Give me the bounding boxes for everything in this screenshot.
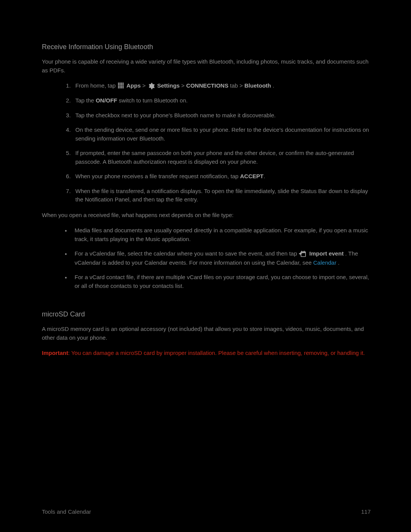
important-paragraph: Important: You can damage a microSD card…	[42, 349, 369, 358]
page-number: 117	[361, 508, 371, 516]
intro-paragraph: Your phone is capable of receiving a wid…	[42, 58, 369, 75]
settings-label: Settings	[157, 82, 180, 89]
steps-list: From home, tap Apps > Settings > CONNECT…	[42, 81, 369, 204]
bullet-1: Media files and documents are usually op…	[65, 226, 369, 243]
bullet-3: For a vCard contact file, if there are m…	[65, 273, 369, 290]
separator: >	[142, 82, 147, 89]
accept-label: ACCEPT	[240, 173, 264, 179]
step-5: If prompted, enter the same passcode on …	[72, 149, 369, 166]
step-text: switch to turn Bluetooth on.	[117, 97, 188, 104]
import-event-label: Import event	[309, 250, 344, 257]
gear-icon	[147, 81, 156, 90]
connections-label: CONNECTIONS	[186, 82, 228, 89]
separator: >	[181, 82, 186, 89]
onoff-label: ON/OFF	[96, 97, 117, 104]
tab-text: tab >	[230, 82, 244, 89]
page-footer: Tools and Calendar 117	[42, 508, 371, 516]
open-received-paragraph: When you open a received file, what happ…	[42, 211, 369, 220]
step-6: When your phone receives a file transfer…	[72, 172, 369, 181]
footer-section: Tools and Calendar	[42, 508, 91, 516]
step-7: When the file is transferred, a notifica…	[72, 187, 369, 204]
bullets-list: Media files and documents are usually op…	[42, 226, 369, 290]
apps-label: Apps	[126, 82, 141, 89]
important-text: : You can damage a microSD card by impro…	[68, 350, 365, 356]
step-2: Tap the ON/OFF switch to turn Bluetooth …	[72, 96, 369, 105]
bluetooth-label: Bluetooth	[244, 82, 271, 89]
important-label: Important	[42, 350, 68, 356]
bullet-2: For a vCalendar file, select the calenda…	[65, 249, 369, 267]
step-text: From home, tap	[75, 82, 117, 89]
section-heading-receive: Receive Information Using Bluetooth	[42, 42, 369, 52]
dot: .	[338, 259, 339, 266]
calendar-link[interactable]: Calendar	[313, 259, 336, 266]
import-event-icon	[299, 249, 308, 258]
apps-grid-icon	[118, 83, 124, 89]
dot: .	[263, 173, 265, 179]
document-page: Receive Information Using Bluetooth Your…	[0, 0, 411, 358]
step-1: From home, tap Apps > Settings > CONNECT…	[72, 81, 369, 90]
step-text: Tap the	[75, 97, 96, 104]
dot: .	[272, 82, 274, 89]
microsd-intro-paragraph: A microSD memory card is an optional acc…	[42, 325, 369, 342]
step-4: On the sending device, send one or more …	[72, 126, 369, 143]
section-heading-microsd: microSD Card	[42, 309, 369, 320]
step-3: Tap the checkbox next to your phone's Bl…	[72, 111, 369, 120]
step-text: When your phone receives a file transfer…	[75, 173, 240, 179]
bullet-text: For a vCalendar file, select the calenda…	[75, 250, 299, 257]
